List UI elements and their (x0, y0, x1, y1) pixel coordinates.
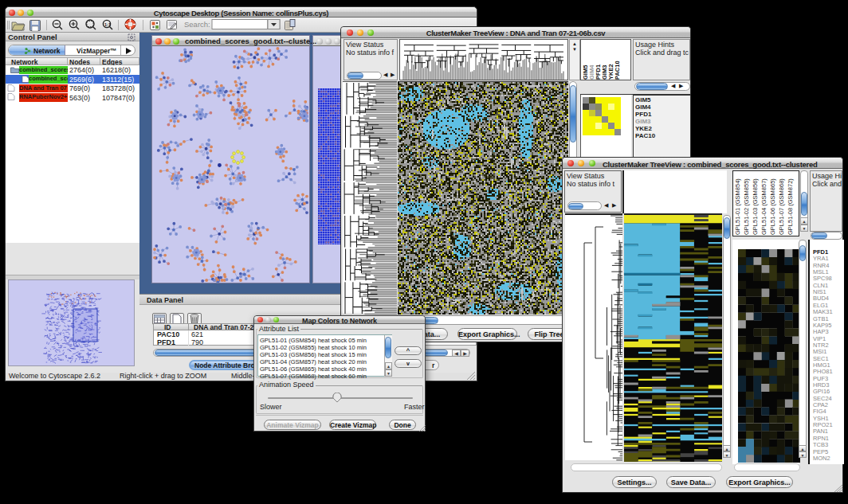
svg-text:GPL51-03 (GSM856): GPL51-03 (GSM856) (752, 178, 759, 235)
svg-text:GPL51-04 (GSM857): GPL51-04 (GSM857) (760, 178, 768, 235)
svg-text:GPL51-02 (GSM855): GPL51-02 (GSM855) (743, 178, 750, 235)
svg-text:GPL51-06 (GSM865): GPL51-06 (GSM865) (769, 178, 776, 235)
svg-text:Search:: Search: (184, 20, 210, 29)
svg-text:PAC10: PAC10 (614, 61, 621, 80)
svg-text:GPL51-07 (GSM868): GPL51-07 (GSM868) (778, 178, 785, 235)
svg-text:GPL51-01 (GSM854): GPL51-01 (GSM854) (734, 178, 741, 235)
svg-text:1:1: 1:1 (104, 22, 111, 27)
svg-text:GPL51-08 (GSM872): GPL51-08 (GSM872) (787, 178, 794, 235)
